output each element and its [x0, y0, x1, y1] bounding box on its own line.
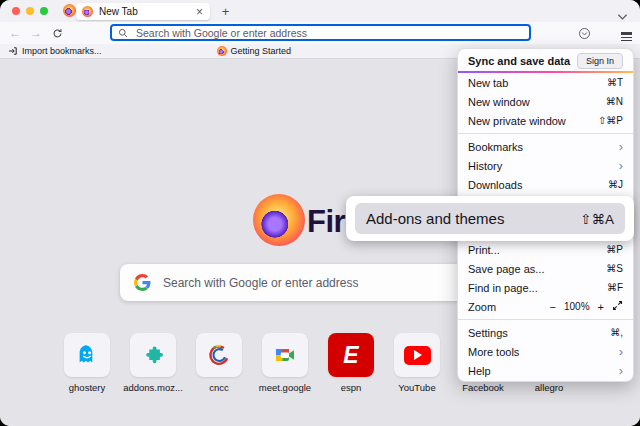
shortcut-label: cncc — [186, 382, 252, 393]
firefox-logo — [253, 194, 305, 246]
menu-shortcut: ⇧⌘A — [580, 211, 614, 227]
tab-new-tab[interactable]: New Tab × — [76, 3, 210, 20]
menu-item-find-in-page[interactable]: Find in page... ⌘F — [458, 278, 633, 297]
shortcut-meet[interactable]: meet.google — [252, 333, 318, 393]
cncc-swoosh-icon — [206, 342, 232, 368]
menu-shortcut: ⌘, — [610, 327, 623, 338]
shortcut-youtube[interactable]: YouTube — [384, 333, 450, 393]
tab-title: New Tab — [99, 6, 195, 17]
menu-item-settings[interactable]: Settings ⌘, — [458, 323, 633, 342]
shortcut-label: addons.moz... — [120, 382, 186, 393]
firefox-favicon — [82, 6, 93, 17]
submenu-chevron-icon: › — [619, 140, 623, 153]
url-input[interactable] — [134, 26, 523, 40]
zoom-in-button[interactable]: + — [598, 301, 604, 313]
menu-item-zoom: Zoom − 100% + — [458, 297, 633, 316]
shortcut-label: YouTube — [384, 382, 450, 393]
zoom-level-value[interactable]: 100% — [564, 301, 590, 312]
browser-window: New Tab × + ← → — [0, 0, 640, 426]
menu-item-new-tab[interactable]: New tab ⌘T — [458, 73, 633, 92]
menu-shortcut: ⌘S — [606, 263, 623, 274]
submenu-chevron-icon: › — [619, 345, 623, 358]
import-icon — [8, 46, 18, 56]
menu-item-print[interactable]: Print... ⌘P — [458, 240, 633, 259]
firefox-app-icon — [63, 4, 76, 17]
url-bar[interactable] — [110, 24, 531, 41]
menu-label: Downloads — [468, 179, 522, 191]
menu-label: New window — [468, 96, 530, 108]
menu-label: History — [468, 160, 502, 172]
shortcut-label: ghostery — [54, 382, 120, 393]
menu-item-addons-and-themes[interactable]: Add-ons and themes ⇧⌘A — [355, 203, 625, 234]
app-menu-button[interactable] — [618, 25, 634, 41]
menu-label: Bookmarks — [468, 141, 523, 153]
sign-in-button[interactable]: Sign In — [577, 53, 623, 69]
menu-item-more-tools[interactable]: More tools › — [458, 342, 633, 361]
menu-separator — [458, 133, 633, 134]
zoom-out-button[interactable]: − — [550, 301, 556, 313]
shortcut-label: meet.google — [252, 382, 318, 393]
fullscreen-expand-icon[interactable] — [612, 300, 623, 313]
menu-shortcut: ⇧⌘P — [598, 115, 623, 126]
menu-separator — [458, 319, 633, 320]
navigation-toolbar: ← → — [0, 22, 640, 44]
back-button[interactable]: ← — [6, 22, 24, 44]
sync-title: Sync and save data — [468, 55, 570, 67]
shortcut-label: Facebook — [450, 382, 516, 393]
menu-item-downloads[interactable]: Downloads ⌘J — [458, 175, 633, 194]
menu-label: New tab — [468, 77, 508, 89]
shortcut-espn[interactable]: E espn — [318, 333, 384, 393]
bookmark-getting-started[interactable]: Getting Started — [217, 46, 292, 56]
menu-item-save-page-as[interactable]: Save page as... ⌘S — [458, 259, 633, 278]
shortcut-addons[interactable]: addons.moz... — [120, 333, 186, 393]
menu-item-new-window[interactable]: New window ⌘N — [458, 92, 633, 111]
shortcut-cncc[interactable]: cncc — [186, 333, 252, 393]
menu-shortcut: ⌘P — [606, 244, 623, 255]
page-search-input[interactable] — [161, 275, 506, 291]
menu-item-new-private-window[interactable]: New private window ⇧⌘P — [458, 111, 633, 130]
menu-label: Settings — [468, 327, 508, 339]
search-icon — [118, 28, 128, 38]
menu-label: Add-ons and themes — [366, 210, 504, 227]
new-tab-button[interactable]: + — [217, 3, 234, 20]
ghostery-ghost-icon — [74, 342, 100, 368]
minimize-window-button[interactable] — [26, 7, 34, 15]
google-meet-icon — [273, 343, 297, 367]
google-g-icon — [134, 274, 151, 291]
submenu-chevron-icon: › — [619, 159, 623, 172]
menu-label: New private window — [468, 115, 566, 127]
menu-label: Save page as... — [468, 263, 544, 275]
submenu-chevron-icon: › — [619, 364, 623, 377]
bookmark-label: Getting Started — [231, 46, 292, 56]
menu-label: More tools — [468, 346, 519, 358]
menu-item-bookmarks[interactable]: Bookmarks › — [458, 137, 633, 156]
menu-item-history[interactable]: History › — [458, 156, 633, 175]
menu-label: Help — [468, 365, 491, 377]
sync-header: Sync and save data Sign In — [458, 50, 633, 71]
reload-button[interactable] — [48, 22, 66, 44]
tab-bar: New Tab × + — [0, 0, 640, 23]
shortcut-ghostery[interactable]: ghostery — [54, 333, 120, 393]
shortcut-label: allegro — [516, 382, 582, 393]
menu-shortcut: ⌘T — [607, 77, 623, 88]
menu-shortcut: ⌘J — [608, 179, 623, 190]
zoom-window-button[interactable] — [40, 7, 48, 15]
forward-button[interactable]: → — [27, 22, 45, 44]
close-window-button[interactable] — [12, 7, 20, 15]
bookmark-import[interactable]: Import bookmarks... — [8, 46, 102, 56]
bookmark-label: Import bookmarks... — [22, 46, 102, 56]
addons-callout: Add-ons and themes ⇧⌘A — [346, 196, 634, 241]
firefox-favicon — [217, 46, 227, 56]
puzzle-piece-icon — [141, 343, 165, 367]
pocket-icon[interactable] — [576, 25, 592, 41]
espn-logo-icon: E — [343, 342, 358, 369]
shortcut-label: espn — [318, 382, 384, 393]
menu-label: Print... — [468, 244, 500, 256]
menu-shortcut: ⌘N — [606, 96, 623, 107]
menu-item-help[interactable]: Help › — [458, 361, 633, 380]
menu-label: Find in page... — [468, 282, 538, 294]
tab-close-icon[interactable]: × — [195, 6, 204, 18]
menu-label: Zoom — [468, 301, 496, 313]
youtube-play-icon — [404, 346, 431, 365]
menu-shortcut: ⌘F — [607, 282, 623, 293]
